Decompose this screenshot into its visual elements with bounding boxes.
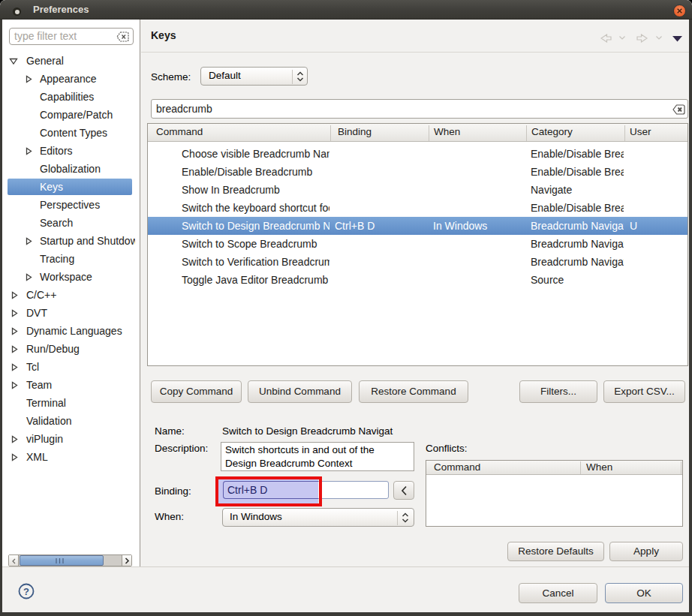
svg-text:?: ? <box>23 586 29 597</box>
